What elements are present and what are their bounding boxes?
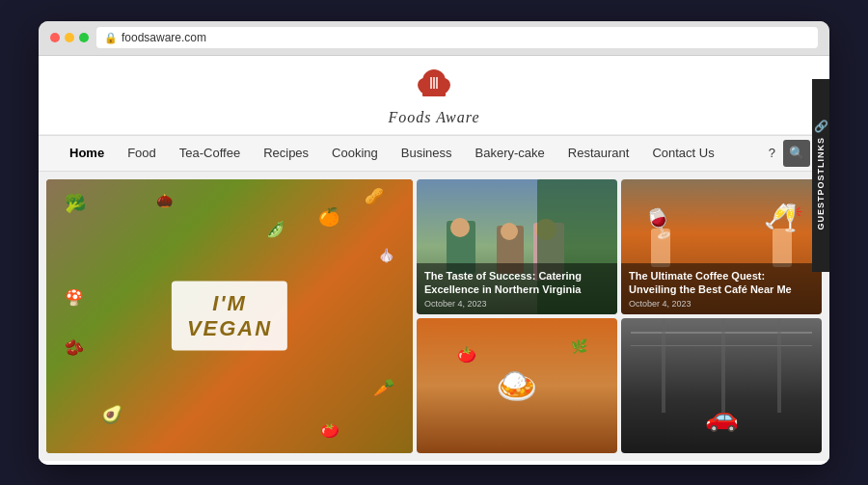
seeds-icon: 🌰 — [156, 193, 173, 208]
catering-date: October 4, 2023 — [424, 299, 610, 309]
herb-icon: 🌿 — [571, 338, 587, 354]
nav-more-button[interactable]: ? — [761, 138, 783, 168]
broccoli-icon: 🥦 — [65, 193, 86, 214]
website-content: Foods Aware Home Food Tea-Coffee Recipes… — [39, 56, 829, 465]
curry-image: 🍛 🍅 🌿 — [417, 318, 617, 453]
main-article-card[interactable]: 🥦 🥜 🍊 🌰 🫛 🫘 🥕 🥑 🍅 🍄 🧄 I'MVEGAN — [46, 179, 413, 453]
nav-item-bakery[interactable]: Bakery-cake — [464, 138, 556, 168]
garlic-icon: 🧄 — [378, 248, 394, 263]
search-button[interactable]: 🔍 — [783, 140, 810, 167]
arm2 — [773, 229, 792, 267]
car-image: 🚗 — [621, 318, 822, 453]
nav-bar: Home Food Tea-Coffee Recipes Cooking Bus… — [39, 135, 829, 172]
browser-window: 🔒 foodsaware.com — [39, 21, 829, 465]
right-bottom-row: 🍛 🍅 🌿 🚗 — [417, 318, 822, 453]
address-bar[interactable]: 🔒 foodsaware.com — [96, 27, 818, 48]
window-controls — [50, 33, 89, 42]
chef-hat-icon — [415, 67, 453, 107]
avocado-icon: 🥑 — [101, 404, 122, 425]
nav-item-restaurant[interactable]: Restaurant — [556, 138, 641, 168]
person2-head — [501, 223, 518, 240]
beans-icon: 🫘 — [65, 338, 84, 357]
pillar3 — [777, 318, 781, 413]
catering-article-label: The Taste of Success: Catering Excellenc… — [417, 263, 617, 314]
coffee-article-label: The Ultimate Coffee Quest: Unveiling the… — [621, 263, 822, 314]
guestpost-icon: 🔗 — [814, 120, 828, 133]
person1-head — [450, 218, 470, 237]
nav-item-tea-coffee[interactable]: Tea-Coffee — [168, 138, 252, 168]
vegan-background: 🥦 🥜 🍊 🌰 🫛 🫘 🥕 🥑 🍅 🍄 🧄 I'MVEGAN — [46, 179, 413, 453]
logo-text: Foods Aware — [388, 109, 479, 126]
nav-item-cooking[interactable]: Cooking — [320, 138, 390, 168]
coffee-title: The Ultimate Coffee Quest: Unveiling the… — [629, 269, 814, 297]
svg-point-2 — [418, 78, 431, 92]
vegan-text: I'MVEGAN — [172, 281, 287, 351]
nav-item-business[interactable]: Business — [390, 138, 464, 168]
lock-icon: 🔒 — [104, 32, 118, 44]
curry-article-card[interactable]: 🍛 🍅 🌿 — [417, 318, 617, 453]
arm1 — [651, 229, 670, 267]
mushroom-icon: 🍄 — [65, 288, 84, 307]
nav-item-contact[interactable]: Contact Us — [640, 138, 725, 168]
pillar2 — [721, 318, 725, 413]
orange-icon: 🍊 — [318, 206, 339, 228]
car-article-card[interactable]: 🚗 — [621, 318, 822, 453]
nav-item-home[interactable]: Home — [58, 138, 116, 168]
curry-emoji: 🍛 — [496, 365, 538, 405]
url-text: foodsaware.com — [122, 31, 206, 44]
maximize-button[interactable] — [79, 33, 89, 42]
site-logo: Foods Aware — [39, 67, 829, 126]
close-button[interactable] — [50, 33, 60, 42]
nav-item-recipes[interactable]: Recipes — [252, 138, 320, 168]
catering-title: The Taste of Success: Catering Excellenc… — [424, 269, 610, 297]
nav-item-food[interactable]: Food — [116, 138, 168, 168]
site-header: Foods Aware — [39, 56, 829, 135]
right-column: The Taste of Success: Catering Excellenc… — [417, 179, 822, 453]
coffee-date: October 4, 2023 — [629, 299, 814, 309]
right-top-row: The Taste of Success: Catering Excellenc… — [417, 179, 822, 314]
tomato-small: 🍅 — [457, 345, 476, 364]
guestpost-sidebar[interactable]: 🔗 GUESTPOSTLINKS — [812, 79, 829, 272]
nuts-icon: 🥜 — [365, 187, 384, 205]
pillar1 — [662, 318, 665, 413]
svg-rect-4 — [422, 91, 446, 96]
pea-icon: 🫛 — [266, 220, 285, 238]
catering-article-card[interactable]: The Taste of Success: Catering Excellenc… — [417, 179, 617, 314]
coffee-article-card[interactable]: 🍷 🥂 The Ultimate Coffee Quest: Unveiling… — [621, 179, 822, 314]
nav-items: Home Food Tea-Coffee Recipes Cooking Bus… — [58, 138, 761, 168]
minimize-button[interactable] — [65, 33, 74, 42]
carrot-icon: 🥕 — [373, 377, 394, 398]
search-icon: 🔍 — [789, 146, 804, 160]
browser-titlebar: 🔒 foodsaware.com — [39, 21, 829, 56]
svg-point-3 — [437, 78, 450, 92]
tomato-icon: 🍅 — [320, 420, 339, 439]
guestpost-label: GUESTPOSTLINKS — [816, 137, 826, 230]
content-area: 🥦 🥜 🍊 🌰 🫛 🫘 🥕 🥑 🍅 🍄 🧄 I'MVEGAN — [39, 172, 829, 461]
